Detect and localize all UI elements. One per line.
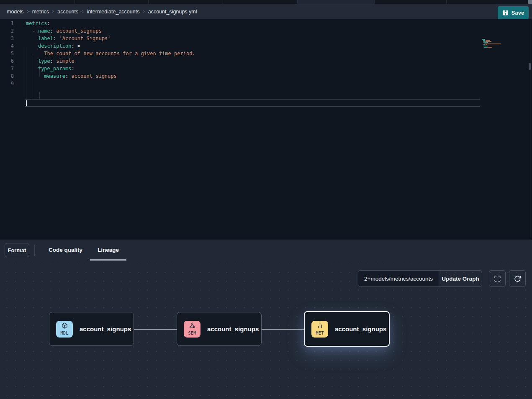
- format-button[interactable]: Format: [5, 243, 29, 257]
- code-token: simple: [53, 58, 75, 64]
- code-token: type_params: [38, 66, 71, 72]
- tab-divider: [34, 245, 35, 256]
- lineage-selector-input[interactable]: [358, 271, 439, 286]
- line-number: 2: [0, 27, 14, 35]
- node-name: account_signups: [335, 325, 386, 332]
- browser-tab[interactable]: [447, 0, 528, 4]
- breadcrumb-item[interactable]: models: [7, 9, 23, 15]
- breadcrumb-item[interactable]: account_signups.yml: [148, 9, 197, 15]
- browser-tab[interactable]: [223, 0, 298, 4]
- breadcrumb-chevron-icon: ›: [82, 8, 83, 14]
- code-token: :: [50, 28, 53, 34]
- fullscreen-icon: [494, 275, 501, 282]
- code-line[interactable]: 3 label: 'Account Signups': [0, 35, 532, 42]
- metric-chart-icon: [317, 322, 323, 330]
- code-token: :: [50, 58, 53, 64]
- code-token: name: [38, 28, 50, 34]
- code-token: [26, 36, 38, 41]
- code-token: :: [71, 66, 74, 72]
- code-line[interactable]: 4 description: >: [0, 42, 532, 50]
- breadcrumb-item[interactable]: accounts: [57, 9, 78, 15]
- code-text: description: >: [26, 42, 80, 50]
- tab-lineage[interactable]: Lineage: [90, 240, 126, 261]
- breadcrumb-chevron-icon: ›: [143, 8, 144, 14]
- model-cube-icon: [62, 322, 68, 330]
- code-token: account_signups: [68, 73, 117, 79]
- editor-scrollbar-thumb[interactable]: [529, 63, 531, 70]
- minimap[interactable]: [482, 39, 509, 49]
- breadcrumb-chevron-icon: ›: [27, 8, 28, 14]
- lineage-node-met[interactable]: METaccount_signups: [304, 311, 390, 347]
- bottom-panel: Format Code quality Lineage Update Graph: [0, 240, 532, 399]
- line-number: 1: [0, 20, 14, 27]
- tabstrip-scroll-stub: [528, 0, 532, 4]
- browser-tab[interactable]: [75, 0, 149, 4]
- code-token: 'Account Signups': [56, 36, 111, 41]
- node-type-label: MDL: [61, 331, 69, 335]
- update-graph-button[interactable]: Update Graph: [439, 271, 482, 286]
- code-token: :: [71, 43, 74, 49]
- line-number: 8: [0, 72, 14, 80]
- indent-guide: [33, 54, 33, 99]
- editor-scrollbar-track: [530, 19, 530, 240]
- code-lines[interactable]: 1metrics:2 - name: account_signups3 labe…: [0, 20, 532, 87]
- refresh-button[interactable]: [509, 270, 526, 287]
- code-token: [26, 43, 38, 49]
- node-name: account_signups: [207, 325, 259, 332]
- save-button-label: Save: [511, 10, 524, 16]
- breadcrumb-bar: models›metrics›accounts›intermediate_acc…: [0, 4, 532, 19]
- indent-guide: [39, 69, 40, 77]
- breadcrumb: models›metrics›accounts›intermediate_acc…: [0, 9, 197, 15]
- save-button[interactable]: Save: [498, 6, 529, 19]
- tab-code-quality[interactable]: Code quality: [41, 240, 90, 261]
- panel-tabs: Code quality Lineage: [41, 240, 126, 261]
- current-line-highlight: [25, 99, 480, 107]
- line-number: 7: [0, 65, 14, 72]
- breadcrumb-item[interactable]: intermediate_accounts: [87, 9, 140, 15]
- code-line[interactable]: 5 The count of new accounts for a given …: [0, 50, 532, 57]
- code-text: label: 'Account Signups': [26, 35, 111, 42]
- browser-tab[interactable]: [0, 0, 75, 4]
- ide-window: models›metrics›accounts›intermediate_acc…: [0, 0, 532, 399]
- line-number: 9: [0, 80, 14, 87]
- text-cursor: [26, 100, 27, 106]
- code-token: account_signups: [53, 28, 102, 34]
- lineage-selector-group: Update Graph: [358, 270, 482, 287]
- fullscreen-button[interactable]: [489, 270, 506, 287]
- code-line[interactable]: 6 type: simple: [0, 57, 532, 65]
- code-text: type_params:: [26, 65, 75, 72]
- browser-tab[interactable]: [149, 0, 223, 4]
- line-number: 4: [0, 42, 14, 50]
- code-editor[interactable]: 1metrics:2 - name: account_signups3 labe…: [0, 19, 532, 240]
- line-number: 5: [0, 50, 14, 57]
- browser-tab[interactable]: [375, 0, 447, 4]
- breadcrumb-item[interactable]: metrics: [32, 9, 49, 15]
- code-line[interactable]: 2 - name: account_signups: [0, 27, 532, 35]
- code-line[interactable]: 7 type_params:: [0, 65, 532, 72]
- code-token: metrics: [26, 20, 47, 26]
- top-tab-strip: [0, 0, 532, 4]
- node-type-badge: MET: [311, 321, 328, 338]
- browser-tab[interactable]: [298, 0, 375, 4]
- lineage-node-mdl[interactable]: MDLaccount_signups: [49, 312, 134, 346]
- code-line[interactable]: 1metrics:: [0, 20, 532, 27]
- code-text: The count of new accounts for a given ti…: [26, 50, 195, 57]
- code-line[interactable]: 9: [0, 80, 532, 87]
- node-type-label: SEM: [188, 331, 196, 335]
- indent-guide: [39, 92, 40, 99]
- breadcrumb-chevron-icon: ›: [52, 8, 54, 14]
- code-line[interactable]: 8 measure: account_signups: [0, 72, 532, 80]
- node-type-badge: MDL: [56, 321, 73, 338]
- lineage-edge: [262, 329, 304, 330]
- lineage-node-sem[interactable]: SEMaccount_signups: [177, 312, 262, 346]
- code-token: type: [38, 58, 50, 64]
- code-token: The count of new accounts for a given ti…: [26, 51, 195, 56]
- line-number: 3: [0, 35, 14, 42]
- code-token: label: [38, 36, 53, 41]
- code-text: type: simple: [26, 57, 75, 65]
- node-name: account_signups: [80, 325, 131, 332]
- code-text: - name: account_signups: [26, 27, 102, 35]
- code-token: >: [75, 43, 80, 49]
- refresh-icon: [514, 275, 521, 282]
- node-type-label: MET: [316, 331, 324, 335]
